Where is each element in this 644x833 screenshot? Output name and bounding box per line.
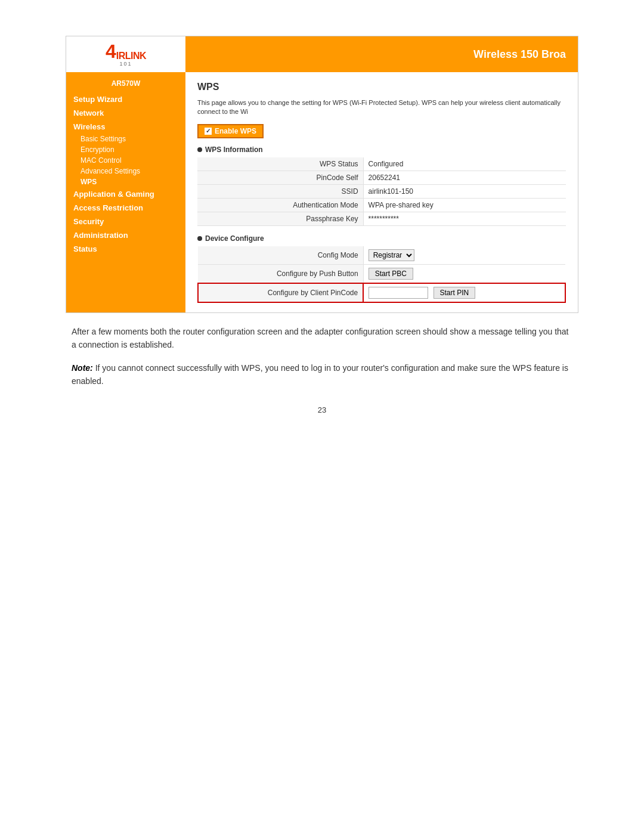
router-ui: 4 ​IRLINK 101 Wireless 150 Broa AR570W S… xyxy=(66,36,578,313)
push-button-row: Configure by Push Button Start PBC xyxy=(198,264,565,283)
auth-mode-row: Authentication Mode WPA pre-shared key xyxy=(197,198,566,212)
config-mode-value: Registrar Enrollee xyxy=(363,246,565,265)
config-mode-label: Config Mode xyxy=(198,246,363,265)
ssid-row: SSID airlink101-150 xyxy=(197,184,566,198)
logo-4: 4 xyxy=(106,42,116,61)
pincode-self-label: PinCode Self xyxy=(197,171,363,184)
client-pincode-row: Configure by Client PinCode Start PIN xyxy=(198,283,565,302)
sidebar-item-setup-wizard[interactable]: Setup Wizard xyxy=(66,92,185,106)
passphrase-value: *********** xyxy=(363,212,566,225)
client-pincode-value: Start PIN xyxy=(363,283,565,302)
page-title: WPS xyxy=(197,82,566,92)
main-paragraph: After a few moments both the router conf… xyxy=(72,325,572,352)
note-paragraph: Note: If you cannot connect successfully… xyxy=(72,361,572,388)
wps-status-value: Configured xyxy=(363,157,566,171)
sidebar-subitem-basic-settings[interactable]: Basic Settings xyxy=(66,134,185,144)
client-pincode-label: Configure by Client PinCode xyxy=(198,283,363,302)
content-panel: WPS This page allows you to change the s… xyxy=(185,72,578,312)
text-section: After a few moments both the router conf… xyxy=(66,325,578,388)
start-pbc-button[interactable]: Start PBC xyxy=(369,268,413,280)
pin-input[interactable] xyxy=(369,287,428,299)
sidebar-item-administration[interactable]: Administration xyxy=(66,228,185,242)
device-configure-table: Config Mode Registrar Enrollee Configure… xyxy=(197,246,566,303)
passphrase-row: Passphrase Key *********** xyxy=(197,212,566,225)
device-configure-header-text: Device Configure xyxy=(205,234,264,243)
page-number: 23 xyxy=(0,405,644,414)
logo-airlink: ​IRLINK xyxy=(116,51,146,61)
sidebar: AR570W Setup Wizard Network Wireless Bas… xyxy=(66,72,185,312)
page-description: This page allows you to change the setti… xyxy=(197,98,566,117)
logo-101: 101 xyxy=(119,61,132,67)
auth-mode-label: Authentication Mode xyxy=(197,198,363,212)
header: 4 ​IRLINK 101 Wireless 150 Broa xyxy=(66,36,578,72)
config-mode-select[interactable]: Registrar Enrollee xyxy=(369,249,414,261)
sidebar-item-application-gaming[interactable]: Application & Gaming xyxy=(66,187,185,201)
bullet-icon xyxy=(197,147,202,152)
sidebar-item-network[interactable]: Network xyxy=(66,106,185,120)
auth-mode-value: WPA pre-shared key xyxy=(363,198,566,212)
logo-area: 4 ​IRLINK 101 xyxy=(66,36,185,72)
bullet-icon-2 xyxy=(197,236,202,241)
header-title: Wireless 150 Broa xyxy=(185,36,578,72)
note-prefix: Note: xyxy=(72,363,93,373)
pincode-self-row: PinCode Self 20652241 xyxy=(197,171,566,184)
pincode-self-value: 20652241 xyxy=(363,171,566,184)
sidebar-item-status[interactable]: Status xyxy=(66,242,185,256)
sidebar-item-access-restriction[interactable]: Access Restriction xyxy=(66,201,185,215)
sidebar-subitem-wps[interactable]: WPS xyxy=(66,176,185,187)
push-button-value: Start PBC xyxy=(363,264,565,283)
enable-wps-button[interactable]: ✓ Enable WPS xyxy=(197,124,264,138)
header-title-text: Wireless 150 Broa xyxy=(473,48,566,61)
sidebar-item-wireless[interactable]: Wireless xyxy=(66,120,185,134)
sidebar-subitem-advanced-settings[interactable]: Advanced Settings xyxy=(66,166,185,176)
sidebar-subitem-encryption[interactable]: Encryption xyxy=(66,144,185,155)
push-button-label: Configure by Push Button xyxy=(198,264,363,283)
main-content: AR570W Setup Wizard Network Wireless Bas… xyxy=(66,72,578,312)
ssid-label: SSID xyxy=(197,184,363,198)
wps-info-header: WPS Information xyxy=(197,145,566,154)
wps-info-table: WPS Status Configured PinCode Self 20652… xyxy=(197,157,566,226)
enable-wps-label: Enable WPS xyxy=(215,127,256,135)
enable-wps-checkbox[interactable]: ✓ xyxy=(205,128,212,135)
config-mode-row: Config Mode Registrar Enrollee xyxy=(198,246,565,265)
sidebar-model: AR570W xyxy=(66,77,185,92)
note-body: If you cannot connect successfully with … xyxy=(72,363,568,386)
sidebar-subitem-mac-control[interactable]: MAC Control xyxy=(66,155,185,166)
start-pin-button[interactable]: Start PIN xyxy=(434,287,476,299)
logo: 4 ​IRLINK 101 xyxy=(106,42,146,67)
wps-info-header-text: WPS Information xyxy=(205,145,263,154)
ssid-value: airlink101-150 xyxy=(363,184,566,198)
wps-status-label: WPS Status xyxy=(197,157,363,171)
device-configure-header: Device Configure xyxy=(197,234,566,243)
logo-air-text: ​IRLINK xyxy=(116,51,146,61)
wps-status-row: WPS Status Configured xyxy=(197,157,566,171)
sidebar-item-security[interactable]: Security xyxy=(66,215,185,228)
passphrase-label: Passphrase Key xyxy=(197,212,363,225)
